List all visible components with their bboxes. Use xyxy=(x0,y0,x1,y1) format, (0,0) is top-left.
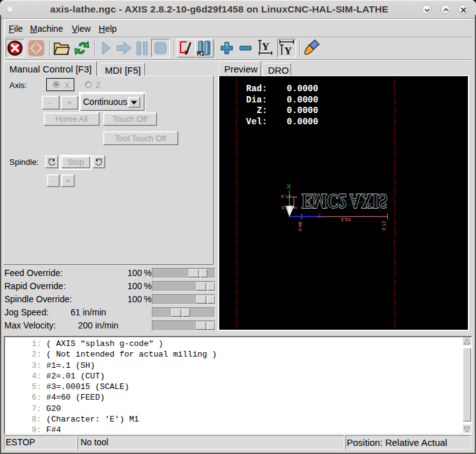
svg-text:0.0000: 0.0000 xyxy=(287,106,318,116)
svg-text:X: X xyxy=(287,183,291,190)
svg-text:M1: M1 xyxy=(197,50,206,56)
svg-text:0.48: 0.48 xyxy=(297,221,303,231)
svg-text:Rad:: Rad: xyxy=(246,84,267,94)
svg-text:3.71: 3.71 xyxy=(381,220,387,230)
svg-text:Y: Y xyxy=(262,41,269,52)
svg-text:3.23: 3.23 xyxy=(340,217,350,222)
svg-text:Vel:: Vel: xyxy=(246,117,267,127)
svg-text:0.0000: 0.0000 xyxy=(287,95,318,105)
svg-text:Y: Y xyxy=(284,45,292,57)
svg-text:Z: Z xyxy=(318,212,322,219)
svg-text:EMC2 AXIS: EMC2 AXIS xyxy=(302,190,387,212)
svg-text:Dia:: Dia: xyxy=(246,95,267,105)
svg-text:0.0000: 0.0000 xyxy=(287,84,318,94)
svg-text:Z:: Z: xyxy=(257,106,267,116)
svg-text:0.0000: 0.0000 xyxy=(287,117,318,127)
